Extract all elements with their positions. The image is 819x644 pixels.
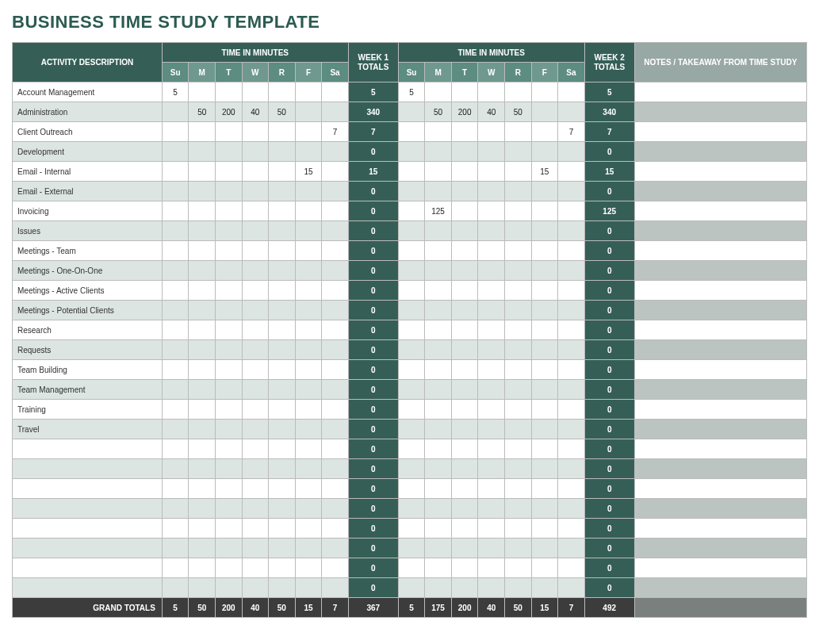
- activity-cell[interactable]: Team Management: [13, 380, 163, 400]
- day-cell[interactable]: [269, 340, 296, 360]
- day-cell[interactable]: [189, 320, 216, 340]
- day-cell[interactable]: [242, 142, 269, 162]
- day-cell[interactable]: [558, 479, 585, 499]
- activity-cell[interactable]: Account Management: [13, 82, 163, 102]
- day-cell[interactable]: [531, 142, 558, 162]
- activity-cell[interactable]: Email - External: [13, 182, 163, 201]
- notes-cell[interactable]: [634, 360, 806, 380]
- day-cell[interactable]: [269, 301, 296, 320]
- day-cell[interactable]: [242, 439, 269, 459]
- day-cell[interactable]: [398, 519, 425, 539]
- day-cell[interactable]: [505, 301, 532, 320]
- day-cell[interactable]: [242, 301, 269, 320]
- day-cell[interactable]: [478, 578, 505, 598]
- notes-cell[interactable]: [634, 479, 806, 499]
- day-cell[interactable]: [189, 261, 216, 281]
- activity-cell[interactable]: [13, 539, 163, 558]
- day-cell[interactable]: [425, 400, 452, 420]
- day-cell[interactable]: [398, 320, 425, 340]
- day-cell[interactable]: [322, 439, 349, 459]
- day-cell[interactable]: [531, 261, 558, 281]
- day-cell[interactable]: [242, 122, 269, 142]
- day-cell[interactable]: [558, 102, 585, 122]
- notes-cell[interactable]: [634, 539, 806, 558]
- day-cell[interactable]: [478, 499, 505, 519]
- day-cell[interactable]: [505, 182, 532, 201]
- activity-cell[interactable]: Meetings - Potential Clients: [13, 301, 163, 320]
- day-cell[interactable]: [505, 439, 532, 459]
- day-cell[interactable]: [295, 142, 322, 162]
- day-cell[interactable]: [162, 578, 189, 598]
- notes-cell[interactable]: [634, 499, 806, 519]
- day-cell[interactable]: [242, 320, 269, 340]
- day-cell[interactable]: [242, 201, 269, 221]
- day-cell[interactable]: [322, 479, 349, 499]
- activity-cell[interactable]: Issues: [13, 221, 163, 241]
- notes-cell[interactable]: [634, 281, 806, 301]
- day-cell[interactable]: [215, 499, 242, 519]
- day-cell[interactable]: [558, 241, 585, 261]
- day-cell[interactable]: [322, 420, 349, 439]
- day-cell[interactable]: [295, 479, 322, 499]
- day-cell[interactable]: [242, 82, 269, 102]
- day-cell[interactable]: [505, 539, 532, 558]
- day-cell[interactable]: [322, 162, 349, 182]
- day-cell[interactable]: [215, 261, 242, 281]
- day-cell[interactable]: [269, 221, 296, 241]
- day-cell[interactable]: [295, 439, 322, 459]
- day-cell[interactable]: [242, 360, 269, 380]
- day-cell[interactable]: [322, 261, 349, 281]
- day-cell[interactable]: [451, 122, 478, 142]
- day-cell[interactable]: [189, 82, 216, 102]
- day-cell[interactable]: [558, 420, 585, 439]
- day-cell[interactable]: [269, 281, 296, 301]
- day-cell[interactable]: [451, 439, 478, 459]
- notes-cell[interactable]: [634, 221, 806, 241]
- day-cell[interactable]: [322, 221, 349, 241]
- day-cell[interactable]: [451, 162, 478, 182]
- day-cell[interactable]: [425, 261, 452, 281]
- day-cell[interactable]: [398, 360, 425, 380]
- day-cell[interactable]: [451, 281, 478, 301]
- day-cell[interactable]: [478, 82, 505, 102]
- day-cell[interactable]: [242, 281, 269, 301]
- day-cell[interactable]: [295, 201, 322, 221]
- day-cell[interactable]: [531, 479, 558, 499]
- day-cell[interactable]: [398, 221, 425, 241]
- day-cell[interactable]: [531, 102, 558, 122]
- day-cell[interactable]: [425, 578, 452, 598]
- day-cell[interactable]: [162, 519, 189, 539]
- notes-cell[interactable]: [634, 459, 806, 479]
- day-cell[interactable]: [242, 340, 269, 360]
- day-cell[interactable]: [478, 201, 505, 221]
- day-cell[interactable]: [269, 420, 296, 439]
- day-cell[interactable]: [398, 479, 425, 499]
- day-cell[interactable]: [269, 578, 296, 598]
- notes-cell[interactable]: [634, 340, 806, 360]
- notes-cell[interactable]: [634, 201, 806, 221]
- day-cell[interactable]: [322, 142, 349, 162]
- day-cell[interactable]: [162, 182, 189, 201]
- day-cell[interactable]: [322, 281, 349, 301]
- day-cell[interactable]: [215, 82, 242, 102]
- day-cell[interactable]: [242, 420, 269, 439]
- day-cell[interactable]: [425, 82, 452, 102]
- notes-cell[interactable]: [634, 142, 806, 162]
- day-cell[interactable]: [398, 201, 425, 221]
- day-cell[interactable]: [162, 340, 189, 360]
- day-cell[interactable]: [505, 162, 532, 182]
- day-cell[interactable]: [162, 539, 189, 558]
- day-cell[interactable]: [322, 301, 349, 320]
- day-cell[interactable]: [269, 320, 296, 340]
- day-cell[interactable]: [162, 420, 189, 439]
- day-cell[interactable]: [269, 241, 296, 261]
- activity-cell[interactable]: [13, 578, 163, 598]
- day-cell[interactable]: [505, 201, 532, 221]
- day-cell[interactable]: [398, 281, 425, 301]
- day-cell[interactable]: [531, 578, 558, 598]
- day-cell[interactable]: [242, 400, 269, 420]
- day-cell[interactable]: [558, 261, 585, 281]
- day-cell[interactable]: [242, 578, 269, 598]
- day-cell[interactable]: [162, 380, 189, 400]
- day-cell[interactable]: [425, 142, 452, 162]
